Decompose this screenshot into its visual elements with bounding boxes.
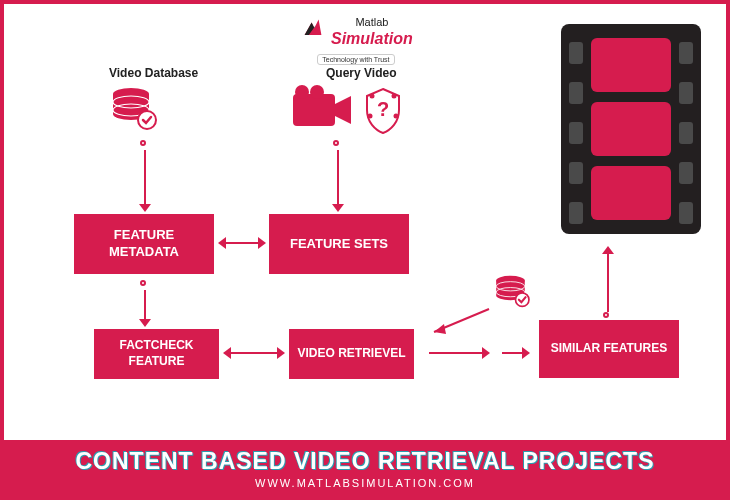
svg-rect-4 <box>293 94 335 126</box>
arrow-retrieval-to-similar <box>429 352 484 354</box>
svg-rect-25 <box>679 42 693 64</box>
arrow-similar-to-film <box>607 254 609 312</box>
arrow-db-to-metadata <box>144 150 146 205</box>
arrow-segment <box>502 352 524 354</box>
svg-marker-31 <box>434 324 446 334</box>
logo-mark-icon <box>299 14 327 46</box>
box-feature-metadata: FEATURE METADATA <box>74 214 214 274</box>
title-bar: CONTENT BASED VIDEO RETRIEVAL PROJECTS W… <box>4 440 726 496</box>
svg-point-10 <box>394 114 399 119</box>
arrow-head-left-icon <box>223 347 231 359</box>
svg-point-7 <box>370 94 375 99</box>
logo-text: Matlab Simulation <box>331 12 413 48</box>
svg-rect-23 <box>569 162 583 184</box>
database-check-icon <box>492 272 534 318</box>
box-similar-features: SIMILAR FEATURES <box>539 320 679 378</box>
logo-tagline: Technology with Trust <box>317 54 394 65</box>
film-strip-icon <box>561 24 701 234</box>
box-video-retrieval: VIDEO RETRIEVEL <box>289 329 414 379</box>
arrow-db2-to-retrieval <box>424 304 494 339</box>
title-url: WWW.MATLABSIMULATION.COM <box>255 477 475 489</box>
arrow-head-right-icon <box>522 347 530 359</box>
svg-rect-27 <box>679 122 693 144</box>
svg-rect-28 <box>679 162 693 184</box>
svg-point-5 <box>295 85 309 99</box>
svg-point-6 <box>310 85 324 99</box>
arrow-head-left-icon <box>218 237 226 249</box>
svg-rect-21 <box>569 82 583 104</box>
arrow-head-down-icon <box>332 204 344 212</box>
arrow-head-right-icon <box>277 347 285 359</box>
svg-rect-19 <box>591 166 671 220</box>
svg-point-9 <box>368 114 373 119</box>
video-camera-icon <box>289 84 357 138</box>
svg-rect-29 <box>679 202 693 224</box>
svg-rect-26 <box>679 82 693 104</box>
arrow-factcheck-to-retrieval <box>231 352 277 354</box>
svg-rect-22 <box>569 122 583 144</box>
label-query-video: Query Video <box>326 66 396 80</box>
arrow-dot <box>333 140 339 146</box>
svg-text:?: ? <box>377 98 389 120</box>
matlab-simulation-logo: Matlab Simulation Technology with Trust <box>299 12 413 66</box>
svg-rect-17 <box>591 38 671 92</box>
svg-rect-20 <box>569 42 583 64</box>
title-main: CONTENT BASED VIDEO RETRIEVAL PROJECTS <box>76 448 655 475</box>
arrow-dot <box>140 280 146 286</box>
diagram-canvas: Matlab Simulation Technology with Trust … <box>4 4 726 444</box>
arrow-head-down-icon <box>139 319 151 327</box>
arrow-head-down-icon <box>139 204 151 212</box>
arrow-head-up-icon <box>602 246 614 254</box>
svg-point-8 <box>392 94 397 99</box>
arrow-query-to-sets <box>337 150 339 205</box>
arrow-head-right-icon <box>258 237 266 249</box>
shield-question-icon: ? <box>362 86 404 140</box>
arrow-sets-to-metadata <box>226 242 258 244</box>
arrow-dot <box>140 140 146 146</box>
box-factcheck-feature: FACTCHECK FEATURE <box>94 329 219 379</box>
arrow-head-right-icon <box>482 347 490 359</box>
database-icon <box>109 84 159 138</box>
arrow-metadata-to-factcheck <box>144 290 146 320</box>
svg-rect-18 <box>591 102 671 156</box>
arrow-dot <box>603 312 609 318</box>
label-video-database: Video Database <box>109 66 198 80</box>
svg-rect-24 <box>569 202 583 224</box>
box-feature-sets: FEATURE SETS <box>269 214 409 274</box>
